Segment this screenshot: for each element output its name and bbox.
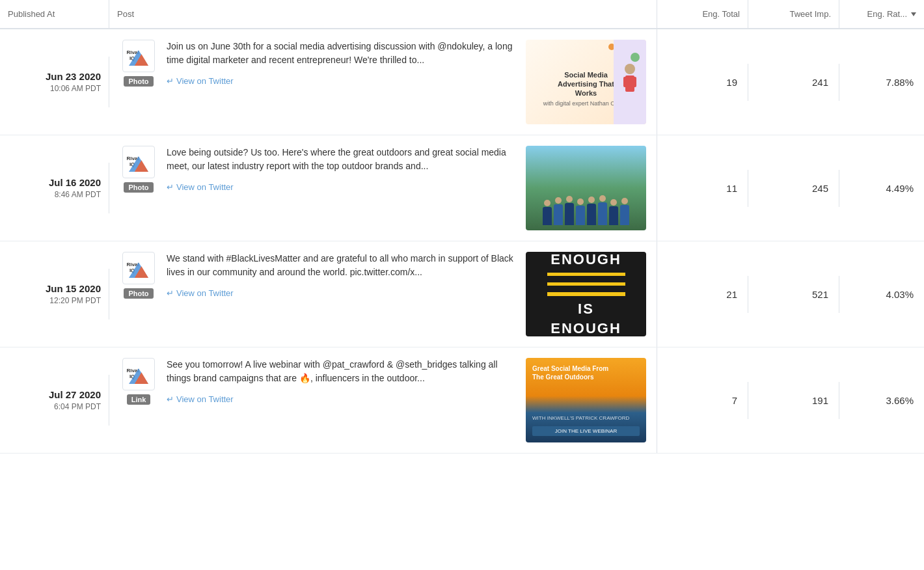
table-row: Jul 16 2020 8:46 AM PDT Rival IQ Photo L… xyxy=(0,135,924,241)
header-tweet-imp: Tweet Imp. xyxy=(748,0,839,28)
post-image: ENOUGH IS ENOUGH xyxy=(526,252,646,336)
post-avatar: Rival IQ Link xyxy=(120,358,157,405)
header-eng-rat[interactable]: Eng. Rat... xyxy=(839,0,924,28)
cell-post-2: Rival IQ Photo We stand with #BlackLives… xyxy=(109,241,657,347)
svg-point-4 xyxy=(625,64,635,74)
cell-date-0: Jun 23 2020 10:06 AM PDT xyxy=(0,57,109,107)
cell-post-3: Rival IQ Link See you tomorrow! A live w… xyxy=(109,347,657,453)
post-type-badge: Photo xyxy=(124,182,153,193)
post-type-badge: Photo xyxy=(124,76,153,87)
cell-eng-total-0: 19 xyxy=(657,64,748,101)
post-content: We stand with #BlackLivesMatter and are … xyxy=(167,252,518,298)
post-text: Love being outside? Us too. Here's where… xyxy=(167,146,518,173)
header-post: Post xyxy=(109,0,657,28)
rival-iq-logo: Rival IQ xyxy=(122,40,155,72)
sort-icon xyxy=(911,12,916,16)
post-type-badge: Link xyxy=(127,394,151,405)
post-avatar: Rival IQ Photo xyxy=(120,252,157,299)
header-published-at: Published At xyxy=(0,0,109,28)
header-eng-total: Eng. Total xyxy=(657,0,748,28)
cell-tweet-imp-3: 191 xyxy=(748,382,839,419)
date-text: Jun 23 2020 xyxy=(8,70,101,83)
cell-tweet-imp-1: 245 xyxy=(748,170,839,207)
post-image: Social MediaAdvertising ThatWorks with d… xyxy=(526,40,646,124)
table-row: Jun 23 2020 10:06 AM PDT Rival IQ Photo … xyxy=(0,29,924,135)
rival-iq-logo: Rival IQ xyxy=(122,252,155,284)
external-link-icon: ↵ xyxy=(167,182,174,192)
external-link-icon: ↵ xyxy=(167,76,174,86)
post-inner: Love being outside? Us too. Here's where… xyxy=(167,146,646,230)
post-inner: We stand with #BlackLivesMatter and are … xyxy=(167,252,646,336)
post-inner: See you tomorrow! A live webinar with @p… xyxy=(167,358,646,442)
post-text: See you tomorrow! A live webinar with @p… xyxy=(167,358,518,385)
cell-tweet-imp-2: 521 xyxy=(748,276,839,313)
post-inner: Join us on June 30th for a social media … xyxy=(167,40,646,124)
post-image: Great Social Media FromThe Great Outdoor… xyxy=(526,358,646,442)
date-text: Jul 27 2020 xyxy=(8,388,101,401)
cell-date-2: Jun 15 2020 12:20 PM PDT xyxy=(0,269,109,319)
cell-eng-rat-1: 4.49% xyxy=(839,170,924,207)
post-avatar: Rival IQ Photo xyxy=(120,146,157,193)
time-text: 8:46 AM PDT xyxy=(8,189,101,200)
view-on-twitter-link[interactable]: ↵ View on Twitter xyxy=(167,76,234,86)
svg-rect-7 xyxy=(631,77,636,87)
view-on-twitter-link[interactable]: ↵ View on Twitter xyxy=(167,182,234,192)
view-on-twitter-link[interactable]: ↵ View on Twitter xyxy=(167,288,234,298)
table-row: Jun 15 2020 12:20 PM PDT Rival IQ Photo … xyxy=(0,241,924,347)
post-content: Love being outside? Us too. Here's where… xyxy=(167,146,518,192)
posts-table: Published At Post Eng. Total Tweet Imp. … xyxy=(0,0,924,454)
table-header: Published At Post Eng. Total Tweet Imp. … xyxy=(0,0,924,29)
post-content: Join us on June 30th for a social media … xyxy=(167,40,518,86)
cell-tweet-imp-0: 241 xyxy=(748,64,839,101)
table-body: Jun 23 2020 10:06 AM PDT Rival IQ Photo … xyxy=(0,29,924,454)
time-text: 6:04 PM PDT xyxy=(8,401,101,413)
time-text: 10:06 AM PDT xyxy=(8,83,101,94)
cell-post-1: Rival IQ Photo Love being outside? Us to… xyxy=(109,135,657,241)
cell-eng-rat-2: 4.03% xyxy=(839,276,924,313)
svg-rect-6 xyxy=(623,77,629,87)
external-link-icon: ↵ xyxy=(167,394,174,404)
post-type-badge: Photo xyxy=(124,288,153,299)
cell-date-1: Jul 16 2020 8:46 AM PDT xyxy=(0,163,109,213)
rival-iq-logo: Rival IQ xyxy=(122,146,155,178)
post-content: See you tomorrow! A live webinar with @p… xyxy=(167,358,518,404)
post-image xyxy=(526,146,646,230)
cell-eng-rat-3: 3.66% xyxy=(839,382,924,419)
time-text: 12:20 PM PDT xyxy=(8,295,101,306)
post-text: Join us on June 30th for a social media … xyxy=(167,40,518,67)
date-text: Jul 16 2020 xyxy=(8,176,101,189)
post-avatar: Rival IQ Photo xyxy=(120,40,157,87)
cell-date-3: Jul 27 2020 6:04 PM PDT xyxy=(0,375,109,426)
cell-post-0: Rival IQ Photo Join us on June 30th for … xyxy=(109,29,657,135)
post-text: We stand with #BlackLivesMatter and are … xyxy=(167,252,518,279)
cell-eng-total-3: 7 xyxy=(657,382,748,419)
cell-eng-rat-0: 7.88% xyxy=(839,64,924,101)
cell-eng-total-1: 11 xyxy=(657,170,748,207)
external-link-icon: ↵ xyxy=(167,288,174,298)
date-text: Jun 15 2020 xyxy=(8,282,101,295)
rival-iq-logo: Rival IQ xyxy=(122,358,155,390)
view-on-twitter-link[interactable]: ↵ View on Twitter xyxy=(167,394,234,404)
cell-eng-total-2: 21 xyxy=(657,276,748,313)
table-row: Jul 27 2020 6:04 PM PDT Rival IQ Link Se… xyxy=(0,347,924,454)
